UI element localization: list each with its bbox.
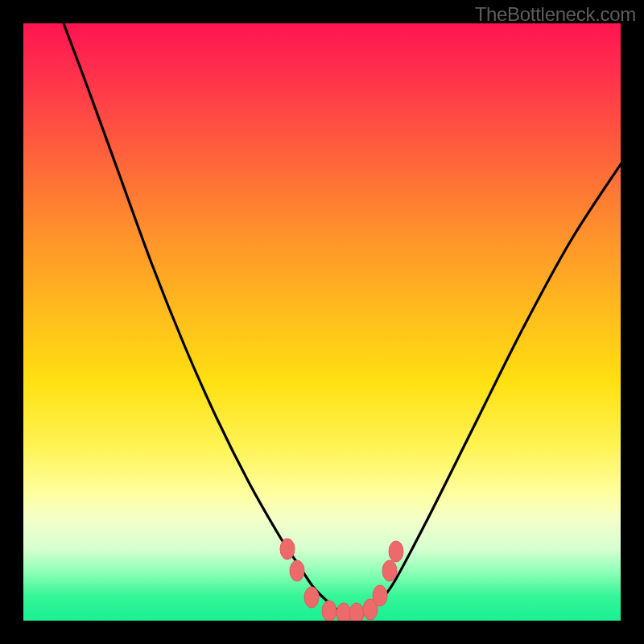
outer-frame: TheBottleneck.com bbox=[0, 0, 644, 644]
marker-point bbox=[280, 539, 295, 559]
marker-point bbox=[322, 601, 336, 621]
marker-point bbox=[389, 541, 403, 562]
marker-point bbox=[382, 560, 397, 581]
marker-point bbox=[336, 603, 351, 621]
marker-point bbox=[349, 603, 364, 621]
marker-point bbox=[373, 585, 387, 606]
chart-svg bbox=[23, 23, 621, 621]
marker-point bbox=[290, 560, 304, 581]
bottleneck-curve bbox=[64, 23, 621, 617]
plot-area bbox=[23, 23, 621, 621]
marker-point bbox=[304, 587, 319, 608]
watermark-text: TheBottleneck.com bbox=[475, 3, 636, 26]
marker-group bbox=[280, 539, 403, 621]
